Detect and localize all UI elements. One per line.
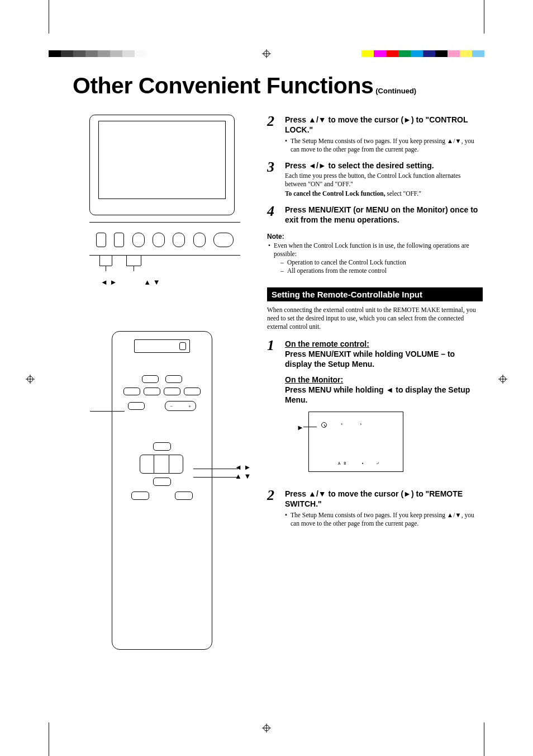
step-number: 2	[267, 115, 278, 154]
remote-control-diagram: − +	[112, 331, 212, 650]
step-heading: On the remote control:Press MENU/EXIT wh…	[285, 339, 483, 405]
step-number: 2	[267, 489, 278, 528]
step-description: Each time you press the button, the Cont…	[285, 172, 483, 188]
setup-menu-diagram: ►‹›AB▾⤶	[308, 412, 403, 472]
step-bullets: The Setup Menu consists of two pages. If…	[285, 137, 483, 154]
step-number: 4	[267, 205, 278, 225]
step-number: 3	[267, 160, 278, 198]
step-number: 1	[267, 339, 278, 474]
arrow-leftright-label: ◄ ►	[101, 278, 117, 286]
step: 2Press ▲/▼ to move the cursor (►) to "RE…	[267, 489, 483, 528]
arrow-updown-label: ▲ ▼	[144, 278, 160, 286]
section-intro: When connecting the external control uni…	[267, 306, 483, 331]
crop-mark	[49, 0, 49, 34]
step: 4Press MENU/EXIT (or MENU on the Monitor…	[267, 205, 483, 225]
crop-mark	[484, 722, 484, 756]
step: 1On the remote control:Press MENU/EXIT w…	[267, 339, 483, 474]
step-cancel-note: To cancel the Control Lock function, sel…	[285, 190, 483, 198]
note-heading: Note:	[267, 233, 483, 240]
section-heading: Setting the Remote-Controllable Input	[267, 287, 483, 301]
crop-mark	[484, 0, 484, 34]
step-bullets: The Setup Menu consists of two pages. If…	[285, 511, 483, 528]
title-suffix: (Continued)	[375, 87, 416, 95]
step: 2Press ▲/▼ to move the cursor (►) to "CO…	[267, 115, 483, 154]
registration-mark-icon	[262, 724, 271, 735]
remote-arrows-label: ◄ ► ▲ ▼	[235, 463, 251, 481]
step-heading: Press MENU/EXIT (or MENU on the Monitor)…	[285, 205, 483, 225]
note-list: Even when the Control Lock function is i…	[267, 242, 483, 275]
step: 3Press ◄/► to select the desired setting…	[267, 160, 483, 198]
title-main: Other Convenient Functions	[73, 73, 373, 98]
step-heading: Press ▲/▼ to move the cursor (►) to "CON…	[285, 115, 483, 135]
registration-mark-icon	[262, 49, 271, 60]
registration-mark-icon	[26, 375, 35, 386]
monitor-diagram: ◄ ► ▲ ▼	[89, 115, 235, 286]
crop-mark	[49, 722, 49, 756]
step-heading: Press ▲/▼ to move the cursor (►) to "REM…	[285, 489, 483, 509]
step-heading: Press ◄/► to select the desired setting.	[285, 160, 483, 171]
page-title: Other Convenient Functions (Continued)	[73, 73, 483, 99]
monitor-buttons-panel	[89, 222, 240, 256]
registration-mark-icon	[498, 375, 507, 386]
